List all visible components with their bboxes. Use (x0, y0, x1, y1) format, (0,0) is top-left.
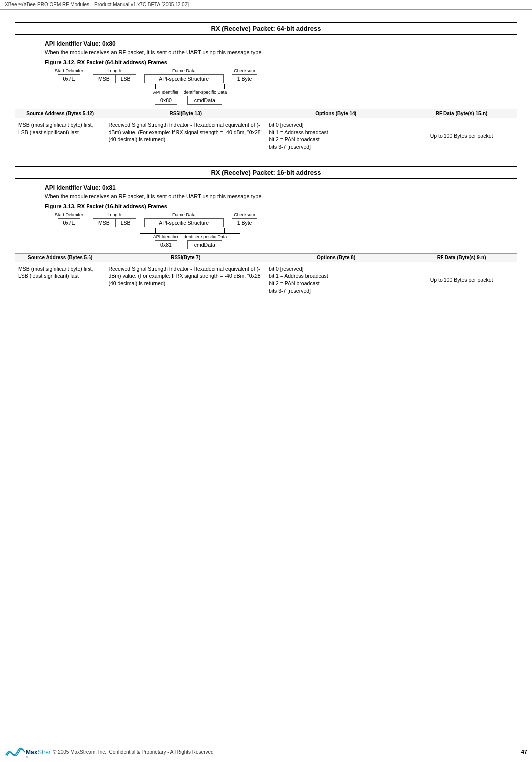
section2-identifier-specific-label: Identifier-specific Data (182, 234, 227, 239)
section2-sub-left: API Identifier 0x81 Identifier-specific … (140, 228, 240, 249)
section1-checksum-col: Checksum 1 Byte (232, 68, 258, 83)
section1-start-delimiter-label: Start Delimiter (55, 68, 83, 73)
section2-header-rf: RF Data (Byte(s) 9-n) (406, 254, 517, 262)
page-header: XBee™/XBee-PRO OEM RF Modules – Product … (0, 0, 532, 10)
section1-msb-box: MSB (93, 74, 115, 83)
section2-start-delimiter-col: Start Delimiter 0x7E (55, 212, 83, 227)
section1-heading: RX (Receive) Packet: 64-bit address (15, 22, 517, 35)
section1-table-header-row: Source Address (Bytes 5-12) RSSI(Byte 13… (15, 109, 517, 118)
section2-header-rssi: RSSI(Byte 7) (105, 254, 266, 262)
svg-text:Max: Max (26, 749, 38, 756)
section2-checksum-box: 1 Byte (232, 218, 258, 227)
section2-cell-rf: Up to 100 Bytes per packet (406, 262, 517, 298)
section1-cell-src: MSB (most significant byte) first,LSB (l… (15, 118, 105, 154)
section2-frame-data-label: Frame Data (172, 212, 196, 217)
section1-cell-rf: Up to 100 Bytes per packet (406, 118, 517, 154)
section2-cell-rssi: Received Signal Strength Indicator - Hex… (105, 262, 266, 298)
page-footer: Max Stream ® © 2005 MaxStream, Inc., Con… (0, 741, 532, 762)
section1-checksum-label: Checksum (234, 68, 255, 73)
section1-api-id-sub-col: API Identifier 0x80 (153, 90, 179, 105)
section1-packet-table: Source Address (Bytes 5-12) RSSI(Byte 13… (15, 109, 517, 154)
section1-lsb-box: LSB (115, 74, 136, 83)
section1-table-body-row: MSB (most significant byte) first,LSB (l… (15, 118, 517, 154)
section2-cell-options: bit 0 [reserved] bit 1 = Address broadca… (266, 262, 406, 298)
footer-copyright: © 2005 MaxStream, Inc., Confidential & P… (53, 749, 214, 755)
section1-length-col: Length MSB LSB (93, 68, 136, 83)
section1-cell-options: bit 0 [reserved] bit 1 = Address broadca… (266, 118, 406, 154)
section2-checksum-col: Checksum 1 Byte (232, 212, 258, 227)
section2-figure-caption: Figure 3-13. RX Packet (16-bit address) … (45, 203, 517, 209)
footer-logo-area: Max Stream ® © 2005 MaxStream, Inc., Con… (5, 744, 214, 759)
section1-identifier-specific-label: Identifier-specific Data (182, 90, 227, 95)
section2-header-options: Options (Byte 8) (266, 254, 406, 262)
section1-frame-data-label: Frame Data (172, 68, 196, 73)
section1-sub-structure: API Identifier 0x80 Identifier-specific … (140, 84, 517, 105)
section1-api-id-sub-box: 0x80 (155, 96, 177, 105)
section2-api-structure-box: API-specific Structure (144, 218, 224, 227)
section1-api-heading: API Identifier Value: 0x80 (45, 40, 517, 47)
section1-rf-data-text: Up to 100 Bytes per packet (430, 132, 493, 140)
section2-top-labels: Start Delimiter 0x7E Length MSB LSB Fram… (55, 212, 517, 227)
svg-text:®: ® (26, 756, 28, 759)
section1-header-rf: RF Data (Byte(s) 15-n) (406, 109, 517, 118)
section1-checksum-box: 1 Byte (232, 74, 258, 83)
section1-cell-rssi: Received Signal Strength Indicator - Hex… (105, 118, 266, 154)
section2-sub-structure: API Identifier 0x81 Identifier-specific … (140, 228, 517, 249)
section1-header-src: Source Address (Bytes 5-12) (15, 109, 105, 118)
section1-start-delimiter-col: Start Delimiter 0x7E (55, 68, 83, 83)
section2-packet-table: Source Address (Bytes 5-6) RSSI(Byte 7) … (15, 253, 517, 298)
section2-table-body-row: MSB (most significant byte) first,LSB (l… (15, 262, 517, 298)
section1-api-structure-box: API-specific Structure (144, 74, 224, 83)
section2-identifier-specific-col: Identifier-specific Data cmdData (182, 234, 227, 249)
section2-cmd-data-box: cmdData (187, 240, 222, 249)
section2-length-col: Length MSB LSB (93, 212, 136, 227)
section1-sub-left: API Identifier 0x80 Identifier-specific … (140, 84, 240, 105)
section2-api-desc: When the module receives an RF packet, i… (45, 193, 517, 199)
section1-header-rssi: RSSI(Byte 13) (105, 109, 266, 118)
section2-api-heading: API Identifier Value: 0x81 (45, 184, 517, 191)
section2-api-id-sub-col: API Identifier 0x81 (153, 234, 179, 249)
section1-identifier-specific-col: Identifier-specific Data cmdData (182, 90, 227, 105)
maxstream-logo: Max Stream ® (5, 744, 50, 759)
section1-length-label: Length (108, 68, 122, 73)
section2-checksum-label: Checksum (234, 212, 255, 217)
section2-length-label: Length (108, 212, 122, 217)
footer-page-number: 47 (521, 749, 527, 755)
section2-header-src: Source Address (Bytes 5-6) (15, 254, 105, 262)
section1-api-desc: When the module receives an RF packet, i… (45, 49, 517, 55)
section1-top-labels: Start Delimiter 0x7E Length MSB LSB Fram… (55, 68, 517, 83)
section2-frame-data-col: Frame Data API-specific Structure (144, 212, 224, 227)
section2-frame-diagram: Start Delimiter 0x7E Length MSB LSB Fram… (55, 212, 517, 249)
section1-api-identifier-label: API Identifier (153, 90, 179, 95)
section2-api-id-sub-box: 0x81 (155, 240, 177, 249)
section1-frame-data-col: Frame Data API-specific Structure (144, 68, 224, 83)
section2-api-identifier-label: API Identifier (153, 234, 179, 239)
section2-start-delimiter-label: Start Delimiter (55, 212, 83, 217)
section2-table-header-row: Source Address (Bytes 5-6) RSSI(Byte 7) … (15, 254, 517, 262)
section1-figure-caption: Figure 3-12. RX Packet (64-bit address) … (45, 59, 517, 65)
section2-cell-src: MSB (most significant byte) first,LSB (l… (15, 262, 105, 298)
svg-text:Stream: Stream (38, 749, 50, 756)
section1-start-delimiter-box: 0x7E (58, 74, 81, 83)
section1-header-options: Options (Byte 14) (266, 109, 406, 118)
section2-heading: RX (Receive) Packet: 16-bit address (15, 166, 517, 179)
main-content: RX (Receive) Packet: 64-bit address API … (0, 10, 532, 315)
section1-frame-diagram: Start Delimiter 0x7E Length MSB LSB Fram… (55, 68, 517, 105)
section1-cmd-data-box: cmdData (187, 96, 222, 105)
section2-start-delimiter-box: 0x7E (58, 218, 81, 227)
section2-msb-box: MSB (93, 218, 115, 227)
section2-rf-data-text: Up to 100 Bytes per packet (430, 276, 493, 284)
header-title: XBee™/XBee-PRO OEM RF Modules – Product … (5, 2, 189, 7)
section2-lsb-box: LSB (115, 218, 136, 227)
